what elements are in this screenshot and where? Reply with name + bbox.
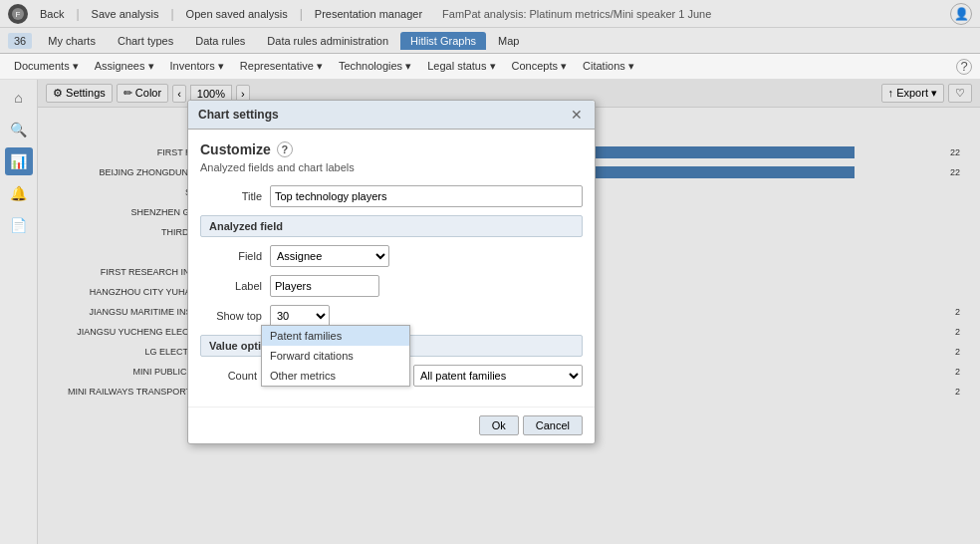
top-bar: F Back | Save analysis | Open saved anal…	[0, 0, 980, 28]
chart-area: ⚙ Settings ✏ Color ‹ 100% › ↑ Export ▾ ♡…	[38, 80, 980, 544]
show-top-label: Show top	[200, 310, 270, 322]
show-top-select[interactable]: 30 10 20 50	[270, 305, 330, 327]
save-analysis-button[interactable]: Save analysis	[88, 6, 163, 22]
customize-title: Customize ?	[200, 141, 583, 157]
tab-data-rules-admin[interactable]: Data rules administration	[257, 32, 398, 50]
dialog-footer: Ok Cancel	[188, 407, 595, 443]
sidebar-search-icon[interactable]: 🔍	[5, 116, 33, 143]
separator2: |	[170, 7, 173, 21]
user-menu[interactable]: 👤	[950, 3, 972, 25]
app-logo: F	[8, 4, 28, 24]
presentation-button[interactable]: Presentation manager	[311, 6, 426, 22]
back-button[interactable]: Back	[36, 6, 68, 22]
sidebar-doc-icon[interactable]: 📄	[5, 211, 33, 239]
dialog-subtitle: Analyzed fields and chart labels	[200, 161, 583, 173]
tab-map[interactable]: Map	[488, 32, 529, 50]
sidebar-chart-icon[interactable]: 📊	[5, 147, 33, 175]
help-area: ?	[956, 59, 972, 75]
count-filter-select[interactable]: All patent families	[413, 365, 583, 387]
sidebar-bell-icon[interactable]: 🔔	[5, 179, 33, 207]
help-icon[interactable]: ?	[956, 59, 972, 75]
label-input[interactable]	[270, 275, 379, 297]
analyzed-field-section: Analyzed field	[200, 215, 583, 237]
sidebar: ⌂ 🔍 📊 🔔 📄	[0, 80, 38, 544]
dropdown-item-forward-citations[interactable]: Forward citations	[262, 346, 409, 366]
dialog-body: Customize ? Analyzed fields and chart la…	[188, 130, 595, 407]
representative-dropdown[interactable]: Representative ▾	[234, 58, 329, 75]
dropdown-item-other-metrics[interactable]: Other metrics	[262, 366, 409, 386]
field-label: Field	[200, 250, 270, 262]
dropdown-item-patent-families[interactable]: Patent families	[262, 326, 409, 346]
nav-tabs: 36 My charts Chart types Data rules Data…	[0, 28, 980, 54]
documents-dropdown[interactable]: Documents ▾	[8, 58, 85, 75]
page-title: FamPat analysis: Platinum metrics/Mini s…	[442, 8, 711, 20]
svg-text:F: F	[16, 10, 21, 19]
legal-status-dropdown[interactable]: Legal status ▾	[421, 58, 501, 75]
chart-settings-dialog: Chart settings ✕ Customize ? Analyzed fi…	[187, 100, 596, 444]
citations-dropdown[interactable]: Citations ▾	[577, 58, 640, 75]
label-label: Label	[200, 280, 270, 292]
concepts-dropdown[interactable]: Concepts ▾	[506, 58, 574, 75]
open-saved-button[interactable]: Open saved analysis	[182, 6, 292, 22]
tab-chart-types[interactable]: Chart types	[108, 32, 183, 50]
separator1: |	[76, 7, 79, 21]
user-icon[interactable]: 👤	[950, 3, 972, 25]
sidebar-home-icon[interactable]: ⌂	[5, 84, 33, 112]
customize-help-icon[interactable]: ?	[277, 141, 293, 157]
dialog-header-title: Chart settings	[198, 108, 279, 122]
tab-hitlist-graphs[interactable]: Hitlist Graphs	[400, 32, 486, 50]
show-top-row: Show top 30 10 20 50	[200, 305, 583, 327]
tab-data-rules[interactable]: Data rules	[185, 32, 255, 50]
tab-my-charts[interactable]: My charts	[38, 32, 106, 50]
title-row: Title	[200, 185, 583, 207]
field-row: Field Assignee	[200, 245, 583, 267]
cancel-button[interactable]: Cancel	[523, 415, 583, 435]
count-label: Count	[200, 370, 265, 382]
inventors-dropdown[interactable]: Inventors ▾	[164, 58, 230, 75]
main-content: ⌂ 🔍 📊 🔔 📄 ⚙ Settings ✏ Color ‹ 100% › ↑ …	[0, 80, 980, 544]
filter-toolbar: Documents ▾ Assignees ▾ Inventors ▾ Repr…	[0, 54, 980, 80]
field-select[interactable]: Assignee	[270, 245, 389, 267]
dialog-header: Chart settings ✕	[188, 101, 595, 130]
count-dropdown-popup: Patent families Forward citations Other …	[261, 325, 410, 387]
technologies-dropdown[interactable]: Technologies ▾	[333, 58, 417, 75]
title-input[interactable]	[270, 185, 583, 207]
assignees-dropdown[interactable]: Assignees ▾	[89, 58, 160, 75]
title-label: Title	[200, 190, 270, 202]
label-row: Label	[200, 275, 583, 297]
dialog-close-button[interactable]: ✕	[569, 107, 585, 123]
separator3: |	[300, 7, 303, 21]
ok-button[interactable]: Ok	[479, 415, 519, 435]
tab-number[interactable]: 36	[8, 33, 32, 49]
